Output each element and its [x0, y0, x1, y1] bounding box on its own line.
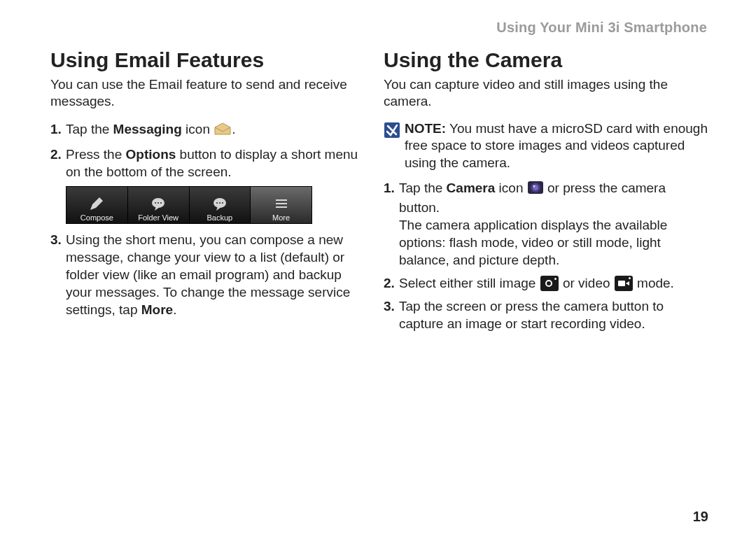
note-icon — [384, 122, 400, 139]
svg-point-16 — [533, 185, 535, 187]
note-label: NOTE: — [405, 121, 446, 136]
step-number: 1. — [50, 120, 66, 138]
compose-icon — [88, 196, 106, 213]
svg-point-2 — [155, 202, 156, 204]
menu-backup: Backup — [190, 187, 251, 223]
heading-camera: Using the Camera — [384, 48, 708, 72]
heading-email: Using Email Features — [50, 48, 361, 72]
step-2-email: 2.Press the Options button to display a … — [50, 146, 361, 181]
text: . — [232, 122, 235, 136]
text: You must have a microSD card with enough… — [405, 121, 708, 170]
text: Select either still image — [399, 276, 540, 290]
steps-camera: 1.Tap the Camera icon or press the camer… — [384, 179, 708, 333]
step-1-camera: 1.Tap the Camera icon or press the camer… — [384, 179, 708, 269]
text: mode. — [634, 276, 674, 290]
menu-folderview: Folder View — [128, 187, 190, 223]
intro-email: You can use the Email feature to send an… — [50, 76, 361, 111]
svg-point-3 — [158, 202, 159, 204]
speech-bubble-icon — [211, 196, 229, 213]
text: . — [173, 302, 176, 317]
svg-rect-9 — [276, 199, 287, 201]
menu-label: More — [272, 213, 290, 222]
running-header: Using Your Mini 3i Smartphone — [50, 20, 708, 36]
column-camera: Using the Camera You can capture video a… — [379, 48, 708, 522]
video-icon — [615, 276, 633, 291]
svg-point-7 — [219, 202, 220, 204]
camera-app-icon — [527, 179, 544, 199]
text: The camera application displays the avai… — [399, 218, 667, 267]
text: icon — [182, 122, 214, 136]
text-bold: More — [141, 302, 173, 317]
text-bold: Options — [126, 147, 176, 162]
short-menu-screenshot: Compose Folder View Backup More — [66, 186, 312, 224]
step-3-camera: 3.Tap the screen or press the camera but… — [384, 297, 708, 332]
step-number: 3. — [50, 231, 66, 248]
text: Tap the — [399, 181, 447, 195]
step-1-email: 1.Tap the Messaging icon . — [50, 120, 361, 140]
svg-point-6 — [216, 202, 218, 204]
speech-bubble-icon — [149, 196, 167, 213]
text: Using the short menu, you can compose a … — [66, 232, 350, 317]
manual-page: Using Your Mini 3i Smartphone Using Emai… — [0, 0, 756, 536]
two-column-layout: Using Email Features You can use the Ema… — [50, 48, 708, 522]
step-2-camera: 2.Select either still image or video mod… — [384, 274, 708, 292]
step-3-email: 3.Using the short menu, you can compose … — [50, 231, 361, 318]
text: or video — [559, 276, 614, 290]
step-number: 2. — [384, 274, 399, 292]
svg-rect-10 — [276, 203, 287, 204]
svg-point-8 — [222, 202, 223, 204]
column-email: Using Email Features You can use the Ema… — [50, 48, 379, 522]
text: Press the — [66, 147, 126, 162]
text: Tap the — [66, 122, 113, 136]
note-block: NOTE: You must have a microSD card with … — [384, 120, 708, 172]
menu-more: More — [251, 187, 312, 223]
text-bold: Messaging — [113, 122, 182, 136]
step-number: 2. — [50, 146, 66, 163]
still-image-icon — [540, 276, 559, 291]
step-number: 3. — [384, 297, 399, 315]
menu-label: Folder View — [138, 213, 178, 222]
steps-email: 1.Tap the Messaging icon . 2.Press the O… — [50, 120, 361, 181]
text: Tap the screen or press the camera butto… — [399, 299, 664, 331]
note-text: NOTE: You must have a microSD card with … — [405, 120, 708, 172]
menu-label: Backup — [207, 213, 233, 222]
page-number: 19 — [693, 509, 708, 525]
intro-camera: You can capture video and still images u… — [384, 76, 708, 111]
svg-point-4 — [160, 202, 162, 204]
menu-compose: Compose — [66, 187, 128, 223]
steps-email-cont: 3.Using the short menu, you can compose … — [50, 231, 361, 318]
more-lines-icon — [272, 196, 290, 213]
text-bold: Camera — [447, 181, 496, 195]
svg-rect-11 — [276, 206, 287, 208]
menu-label: Compose — [80, 213, 113, 222]
messaging-icon — [214, 122, 232, 140]
text: icon — [495, 181, 526, 195]
step-number: 1. — [384, 179, 399, 197]
